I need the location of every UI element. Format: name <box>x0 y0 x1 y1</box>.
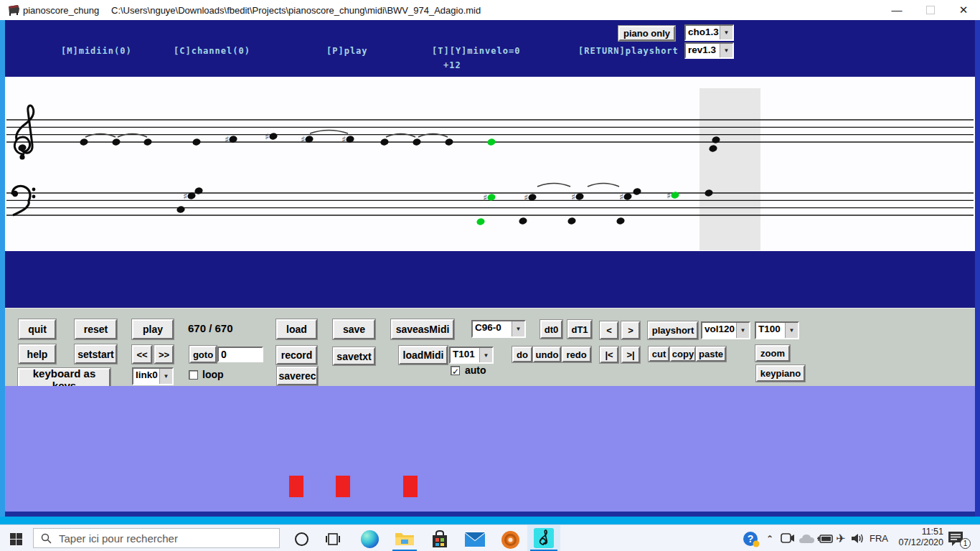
note[interactable] <box>413 138 422 146</box>
record-button[interactable]: record <box>276 346 317 364</box>
track-dropdown[interactable]: T101 ▼ <box>449 347 494 364</box>
note[interactable] <box>380 138 390 146</box>
note[interactable] <box>616 217 626 225</box>
tempo-value: T100 <box>756 323 785 338</box>
savetxt-button[interactable]: savetxt <box>333 347 375 365</box>
playshort-button[interactable]: playshort <box>648 321 698 339</box>
menu-return-playshort[interactable]: [RETURN]playshort <box>578 46 679 56</box>
note[interactable] <box>567 217 577 225</box>
chevron-down-icon[interactable]: ▼ <box>720 26 732 39</box>
tray-chevron-up-icon[interactable]: ⌃ <box>763 532 776 545</box>
fast-forward-button[interactable]: >> <box>154 345 174 364</box>
load-button[interactable]: load <box>276 319 317 339</box>
chevron-down-icon[interactable]: ▼ <box>785 323 798 338</box>
window-file-path: C:\Users\nguye\Downloads\fbedit\Projects… <box>111 5 481 16</box>
cho-dropdown[interactable]: cho1.3 ▼ <box>684 24 734 41</box>
chevron-down-icon[interactable]: ▼ <box>479 348 492 362</box>
loop-checkbox[interactable] <box>189 370 198 380</box>
goto-input[interactable] <box>217 347 263 362</box>
rewind-button[interactable]: << <box>132 345 152 364</box>
note-selected[interactable] <box>487 138 496 146</box>
note[interactable] <box>519 217 528 225</box>
menu-play[interactable]: [P]play <box>326 46 368 56</box>
taskbar: ? ⌃ ✈ <box>0 524 980 551</box>
play-button[interactable]: play <box>132 319 174 339</box>
go-end-button[interactable]: >| <box>621 347 640 363</box>
note[interactable] <box>143 138 153 146</box>
go-start-button[interactable]: |< <box>600 347 618 363</box>
load-midi-button[interactable]: loadMidi <box>399 346 448 364</box>
chevron-down-icon[interactable]: ▼ <box>736 323 749 338</box>
search-input[interactable] <box>57 532 279 545</box>
dt0-button[interactable]: dt0 <box>540 320 562 339</box>
pianoscore-taskbar-button[interactable] <box>527 525 560 551</box>
volume-dropdown[interactable]: vol120 ▼ <box>701 321 750 339</box>
instrument-dropdown[interactable]: C96-0 ▼ <box>471 320 526 338</box>
reset-button[interactable]: reset <box>75 319 117 339</box>
do-button[interactable]: do <box>512 347 532 362</box>
piano-only-button[interactable]: piano only <box>618 26 675 41</box>
explorer-taskbar-button[interactable] <box>390 525 420 551</box>
tray-meet-now-button[interactable] <box>780 532 796 545</box>
note-selected[interactable] <box>476 217 486 225</box>
maximize-button[interactable] <box>918 0 943 19</box>
step-forward-button[interactable]: > <box>621 321 640 339</box>
note[interactable] <box>112 138 121 146</box>
save-as-midi-button[interactable]: saveasMidi <box>391 319 454 339</box>
paste-button[interactable]: paste <box>696 347 726 362</box>
zoom-button[interactable]: zoom <box>755 345 790 362</box>
mail-taskbar-button[interactable] <box>463 531 487 548</box>
save-button[interactable]: save <box>333 319 375 339</box>
undo-button[interactable]: undo <box>533 347 561 362</box>
language-indicator[interactable]: FRA <box>870 533 888 544</box>
tray-airplane-icon[interactable]: ✈ <box>834 531 848 545</box>
note[interactable] <box>445 138 454 146</box>
minimize-button[interactable]: — <box>885 0 909 19</box>
taskbar-search[interactable] <box>33 528 280 548</box>
tray-battery-button[interactable] <box>816 532 834 545</box>
chevron-down-icon[interactable]: ▼ <box>159 369 172 384</box>
tray-help-button[interactable]: ? <box>742 530 760 548</box>
chevron-down-icon[interactable]: ▼ <box>512 321 524 336</box>
note-selected[interactable] <box>671 191 680 199</box>
note[interactable] <box>194 187 204 194</box>
copy-button[interactable]: copy <box>670 347 696 362</box>
taskbar-clock[interactable]: 11:51 07/12/2020 <box>892 527 943 548</box>
cut-button[interactable]: cut <box>649 347 669 362</box>
note[interactable] <box>176 205 186 213</box>
note[interactable] <box>633 187 642 195</box>
tempo-dropdown[interactable]: T100 ▼ <box>755 321 799 339</box>
setstart-button[interactable]: setstart <box>75 344 117 364</box>
goto-button[interactable]: goto <box>189 346 217 363</box>
score-canvas: ♯♯♯♯♯♯♯♯♯♯ <box>5 77 975 251</box>
saverec-button[interactable]: saverec <box>277 367 318 385</box>
store-taskbar-button[interactable] <box>428 529 451 549</box>
step-back-button[interactable]: < <box>600 321 618 339</box>
chevron-down-icon[interactable]: ▼ <box>720 44 732 57</box>
note[interactable] <box>192 138 202 146</box>
score-area[interactable]: ♯♯♯♯♯♯♯♯♯♯ <box>5 77 975 251</box>
tray-volume-button[interactable] <box>850 532 866 545</box>
edge-taskbar-button[interactable] <box>359 529 380 548</box>
cortana-button[interactable] <box>293 530 310 547</box>
note[interactable] <box>575 192 585 200</box>
redo-button[interactable]: redo <box>562 347 591 362</box>
close-button[interactable]: ✕ <box>951 0 976 19</box>
menu-minvelo[interactable]: [T][Y]minvelo=0 <box>432 46 520 56</box>
settings-app-taskbar-button[interactable] <box>499 529 522 550</box>
menu-channel[interactable]: [C]channel(0) <box>174 46 250 56</box>
note[interactable] <box>269 132 278 140</box>
menu-midiin[interactable]: [M]midiin(0) <box>61 46 132 56</box>
help-button[interactable]: help <box>19 344 56 364</box>
quit-button[interactable]: quit <box>19 319 56 339</box>
note[interactable] <box>80 138 89 146</box>
auto-checkbox[interactable] <box>451 366 460 375</box>
rev-dropdown[interactable]: rev1.3 ▼ <box>684 42 734 59</box>
note[interactable] <box>623 192 633 200</box>
dT1-button[interactable]: dT1 <box>567 320 592 339</box>
tray-onedrive-button[interactable] <box>798 533 815 545</box>
task-view-button[interactable] <box>324 530 342 547</box>
link-dropdown[interactable]: link0 ▼ <box>132 367 174 385</box>
keypiano-button[interactable]: keypiano <box>756 365 805 382</box>
start-button[interactable] <box>7 530 24 547</box>
